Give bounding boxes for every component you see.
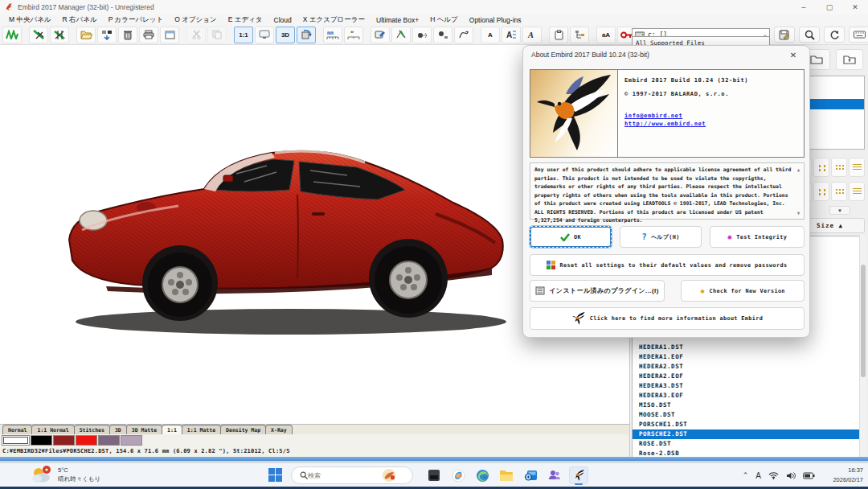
units-mm-button[interactable]: mm — [323, 27, 342, 43]
view-grid-2-icon[interactable] — [831, 182, 847, 201]
reset-settings-button[interactable]: Reset all settings to their default valu… — [530, 254, 805, 276]
tab-normal[interactable]: Normal — [2, 425, 32, 434]
refresh-icon[interactable] — [824, 27, 845, 43]
scale-1-1-toggle[interactable]: 1:1 — [234, 27, 253, 43]
website-link[interactable]: http://www.embird.net — [624, 121, 797, 127]
menu-options[interactable]: O オプション — [169, 15, 222, 25]
wifi-icon[interactable] — [768, 471, 779, 479]
rotate-3d-icon[interactable] — [297, 27, 316, 43]
menu-editor[interactable]: E エディタ — [223, 15, 268, 25]
screen-icon[interactable] — [255, 27, 274, 43]
color-swatch[interactable] — [53, 435, 75, 446]
view-3d-toggle[interactable]: 3D — [276, 27, 295, 43]
tab-density-map[interactable]: Density Map — [220, 425, 266, 434]
keyboard-icon[interactable] — [849, 27, 868, 43]
installed-plugins-button[interactable]: インストール済みのプラグイン...(I) — [530, 280, 665, 302]
more-info-button[interactable]: Click here to find more information abou… — [530, 307, 805, 330]
list-item[interactable]: HEDERA1.EOF — [633, 352, 864, 362]
stitch-tool-icon-4[interactable] — [433, 27, 452, 43]
tab-x-ray[interactable]: X-Ray — [265, 425, 293, 434]
license-text-box[interactable]: Any user of this product should adhere t… — [530, 162, 805, 220]
text-transform-icon[interactable]: A — [502, 27, 521, 43]
list-item[interactable]: HEDERA3.DST — [633, 381, 864, 391]
tab-stitches[interactable]: Stitches — [74, 425, 110, 434]
dialog-close-icon[interactable]: ✕ — [785, 48, 801, 61]
window-view-icon[interactable] — [160, 27, 179, 43]
view-small-icons-2-icon[interactable] — [813, 182, 829, 201]
outlook-app-icon[interactable] — [521, 466, 540, 484]
search-input[interactable] — [308, 472, 382, 479]
color-swatch[interactable] — [76, 435, 97, 446]
font-aa-button[interactable]: aA — [596, 27, 616, 43]
open-file-icon[interactable] — [76, 27, 96, 43]
minimize-icon[interactable]: – — [791, 0, 817, 14]
list-item[interactable]: HEDERA2.DST — [633, 362, 864, 372]
battery-icon[interactable] — [803, 472, 815, 479]
menu-explorer[interactable]: X エクスプローラー — [297, 15, 371, 25]
volume-icon[interactable] — [786, 471, 796, 480]
menu-color-palette[interactable]: P カラーパレット — [103, 15, 170, 25]
edge-app-icon[interactable] — [473, 466, 492, 484]
view-details-icon[interactable] — [849, 158, 865, 177]
studio-icon[interactable] — [50, 27, 69, 43]
help-button[interactable]: ? ヘルプ(H) — [620, 226, 702, 248]
stitch-tool-icon-1[interactable] — [371, 27, 390, 43]
list-item[interactable]: PORSCHE1.DST — [633, 420, 864, 429]
stitch-tool-icon-3[interactable] — [412, 27, 432, 43]
view-details-2-icon[interactable] — [849, 182, 865, 201]
tab-1-1-matte[interactable]: 1:1 Matte — [182, 425, 221, 434]
list-item[interactable]: MOOSE.DST — [633, 410, 864, 420]
font-italic-icon[interactable]: A — [522, 27, 542, 43]
search-box[interactable] — [291, 466, 413, 484]
file-list-scrollbar[interactable] — [859, 236, 866, 458]
editor-icon[interactable] — [29, 27, 48, 43]
view-grid-icon[interactable] — [831, 158, 847, 177]
clipboard-icon[interactable] — [549, 27, 568, 43]
manager-icon[interactable] — [2, 27, 22, 43]
color-swatch[interactable] — [98, 435, 120, 446]
stitch-tool-icon-2[interactable] — [391, 27, 411, 43]
units-inch-button[interactable]: ” — [344, 27, 363, 43]
move-files-icon[interactable] — [97, 27, 117, 43]
menu-ultimate-box[interactable]: Ultimate Box+ — [371, 16, 424, 24]
list-item[interactable]: ROSE.DST — [633, 439, 864, 449]
color-swatch[interactable] — [2, 435, 30, 446]
test-integrity-button[interactable]: ✺ Test Integrity — [710, 226, 805, 248]
collapse-panel-icon[interactable]: ▼ — [829, 206, 850, 215]
tab-3d[interactable]: 3D — [109, 425, 127, 434]
list-item-selected[interactable]: PORSCHE2.DST — [633, 429, 864, 439]
email-link[interactable]: info@embird.net — [624, 113, 797, 119]
tab-1-1[interactable]: 1:1 — [162, 425, 182, 434]
print-icon[interactable] — [139, 27, 158, 43]
ok-button[interactable]: OK — [530, 226, 612, 248]
menu-center-panel[interactable]: M 中央パネル — [3, 15, 57, 25]
delete-icon[interactable] — [118, 27, 137, 43]
menu-help[interactable]: H ヘルプ — [424, 15, 464, 25]
zoom-icon[interactable] — [799, 27, 820, 43]
tray-chevron-icon[interactable]: ⌃ — [743, 471, 749, 479]
color-swatch[interactable] — [31, 435, 52, 446]
check-version-button[interactable]: ✹ Check for New Version — [681, 280, 805, 302]
clock[interactable]: 16:37 2026/02/17 — [833, 466, 863, 485]
menu-cloud[interactable]: Cloud — [268, 16, 297, 24]
scroll-down-icon[interactable]: ▼ — [795, 209, 802, 216]
folder-up-icon[interactable] — [836, 49, 863, 70]
people-app-icon[interactable] — [545, 466, 564, 484]
stitch-tool-icon-5[interactable] — [454, 27, 473, 43]
font-a-button[interactable]: A — [481, 27, 500, 43]
weather-widget[interactable]: 5°C 晴れ時々くもり — [31, 465, 100, 484]
ime-indicator[interactable]: A — [755, 471, 761, 480]
list-item[interactable]: HEDERA2.EOF — [633, 372, 864, 381]
list-item[interactable]: HEDERA1.DST — [633, 343, 864, 352]
list-item[interactable]: MISO.DST — [633, 401, 864, 410]
menu-right-panel[interactable]: R 右パネル — [57, 15, 103, 25]
scroll-up-icon[interactable]: ▲ — [795, 166, 802, 173]
list-item[interactable]: HEDERA3.EOF — [633, 391, 864, 401]
color-swatch[interactable] — [121, 435, 142, 446]
copilot-app-icon[interactable] — [448, 466, 468, 484]
copy-icon[interactable] — [207, 27, 227, 43]
file-explorer-app-icon[interactable] — [497, 466, 516, 484]
close-icon[interactable]: ✕ — [842, 0, 868, 14]
embird-app-icon[interactable] — [569, 466, 588, 484]
menu-optional-plugins[interactable]: Optional Plug-ins — [464, 16, 527, 24]
